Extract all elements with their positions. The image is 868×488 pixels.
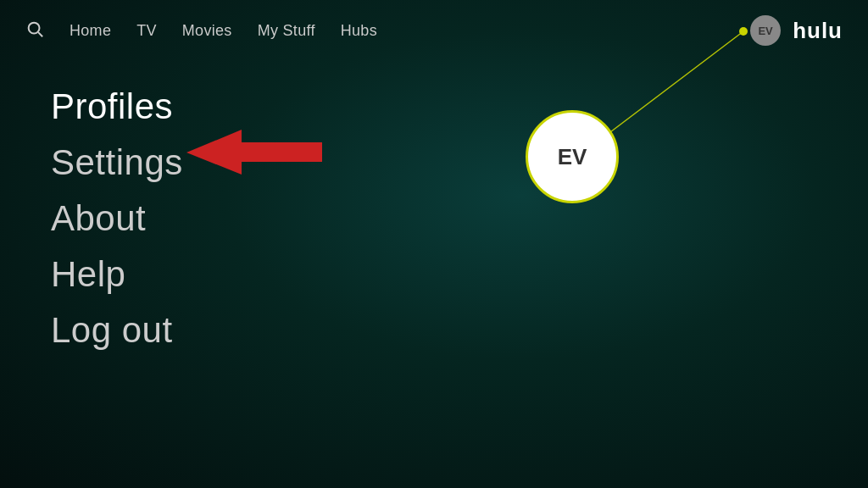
svg-line-3 xyxy=(38,32,42,36)
menu-item-help[interactable]: Help xyxy=(51,254,817,295)
nav-movies[interactable]: Movies xyxy=(182,22,232,40)
menu-item-profiles[interactable]: Profiles xyxy=(51,86,817,127)
avatar-small[interactable]: EV xyxy=(750,15,781,46)
menu-item-about[interactable]: About xyxy=(51,198,817,239)
main-content: Profiles Settings About Help Log out xyxy=(0,61,868,391)
avatar-large[interactable]: EV xyxy=(526,110,619,203)
avatar-large-container: EV xyxy=(526,110,619,203)
nav-hubs[interactable]: Hubs xyxy=(341,22,377,40)
navbar: Home TV Movies My Stuff Hubs EV hulu xyxy=(0,0,868,61)
svg-point-2 xyxy=(29,22,40,33)
nav-tv[interactable]: TV xyxy=(136,22,157,40)
nav-right: EV hulu xyxy=(750,15,843,46)
annotation-arrow xyxy=(182,125,326,180)
nav-mystuff[interactable]: My Stuff xyxy=(258,22,315,40)
hulu-logo: hulu xyxy=(793,18,843,44)
menu-item-logout[interactable]: Log out xyxy=(51,310,817,351)
menu-item-settings[interactable]: Settings xyxy=(51,142,817,183)
search-icon[interactable] xyxy=(25,19,44,42)
nav-home[interactable]: Home xyxy=(70,22,111,40)
svg-marker-4 xyxy=(186,130,322,175)
